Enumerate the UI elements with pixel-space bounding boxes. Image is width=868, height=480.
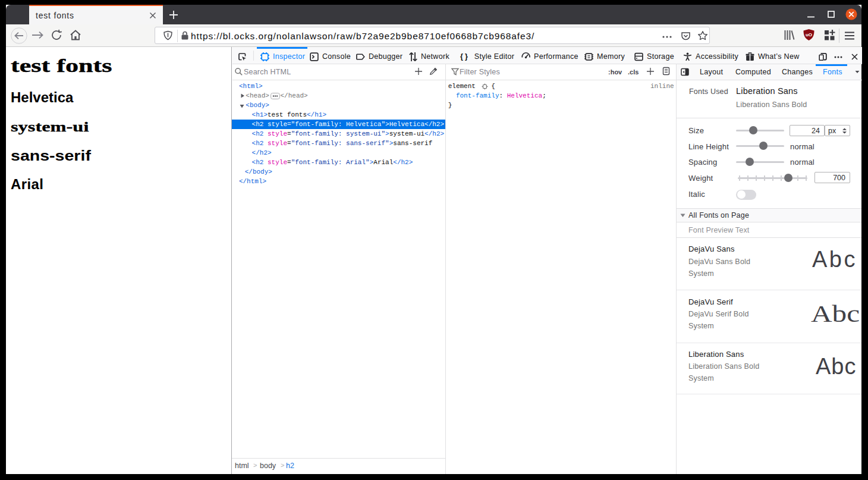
- svg-text:uO: uO: [806, 32, 812, 37]
